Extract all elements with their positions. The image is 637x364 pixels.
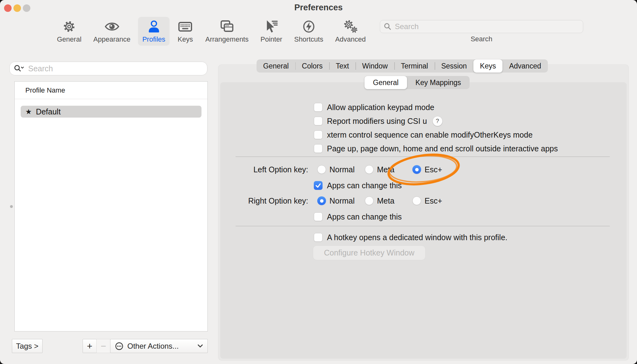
checkbox-row: A hotkey opens a dedicated window with t…: [314, 233, 507, 242]
checkbox-row: Page up, page down, home and end scroll …: [314, 144, 558, 153]
tab-text[interactable]: Text: [329, 59, 355, 73]
other-actions-dropdown[interactable]: Other Actions...: [110, 339, 208, 353]
checkbox-keypad-mode[interactable]: [314, 103, 323, 112]
chevron-down-icon: [197, 344, 203, 348]
cursor-icon: [263, 19, 279, 34]
configure-hotkey-window-button: Configure Hotkey Window: [313, 246, 425, 260]
toolbar-item-label: Advanced: [335, 35, 366, 43]
tab-general[interactable]: General: [257, 59, 295, 73]
checkbox-left-apps-change[interactable]: [314, 181, 323, 190]
checkbox-modify-other-keys[interactable]: [314, 130, 323, 139]
tags-button[interactable]: Tags >: [12, 339, 43, 353]
radio-label: Esc+: [425, 196, 442, 205]
keys-subtabs: General Key Mappings: [364, 76, 470, 89]
tab-colors[interactable]: Colors: [295, 59, 329, 73]
circle-ellipsis-icon: [115, 342, 124, 351]
toolbar-item-advanced[interactable]: Advanced: [331, 17, 370, 46]
keyboard-icon: [177, 19, 193, 34]
separator: [236, 226, 610, 226]
checkbox-row: Apps can change this: [314, 181, 402, 190]
search-menu-icon: [14, 65, 24, 72]
profile-name-column-header: Profile Name: [15, 82, 207, 99]
bolt-circle-icon: [301, 19, 317, 34]
checkbox-hotkey-window[interactable]: [314, 233, 323, 242]
radio-right-normal[interactable]: [317, 196, 326, 205]
subtab-key-mappings[interactable]: Key Mappings: [407, 76, 470, 89]
left-option-key-label: Left Option key:: [200, 165, 308, 174]
radio-label: Esc+: [425, 165, 442, 174]
right-option-key-label: Right Option key:: [200, 196, 308, 205]
checkbox-row: xterm control sequence can enable modify…: [314, 130, 533, 139]
toolbar-item-general[interactable]: General: [53, 17, 86, 46]
help-button[interactable]: ?: [433, 116, 442, 126]
radio-option: Meta: [365, 165, 395, 174]
profile-row-default[interactable]: ★ Default: [21, 106, 201, 118]
checkbox-row: Allow application keypad mode: [314, 103, 434, 112]
radio-label: Meta: [377, 196, 395, 205]
separator: [236, 156, 610, 157]
toolbar-search-field[interactable]: [380, 20, 583, 33]
radio-left-normal[interactable]: [317, 165, 326, 174]
tab-window[interactable]: Window: [355, 59, 394, 73]
checkbox-label: Report modifiers using CSI u: [327, 117, 427, 126]
tab-keys[interactable]: Keys: [473, 59, 502, 73]
radio-left-esc[interactable]: [412, 165, 421, 174]
preferences-toolbar: General Appearance Profiles: [53, 17, 370, 46]
checkbox-label: Apps can change this: [327, 212, 402, 221]
profiles-list-panel: Profile Name ★ Default: [14, 81, 208, 331]
preferences-window: Preferences General Appearance: [0, 0, 637, 364]
remove-profile-button: −: [96, 339, 110, 353]
checkbox-label: A hotkey opens a dedicated window with t…: [327, 233, 507, 242]
toolbar-item-pointer[interactable]: Pointer: [256, 17, 287, 46]
subtab-general[interactable]: General: [364, 76, 407, 89]
radio-option: Normal: [317, 196, 355, 205]
tab-advanced[interactable]: Advanced: [502, 59, 548, 73]
radio-label: Meta: [377, 165, 395, 174]
radio-option: Esc+: [412, 165, 442, 174]
toolbar-item-label: Pointer: [260, 35, 282, 43]
checkbox-csi-u[interactable]: [314, 117, 323, 125]
radio-right-esc[interactable]: [412, 196, 421, 205]
toolbar-item-label: Shortcuts: [294, 35, 323, 43]
profile-search-field[interactable]: [9, 62, 207, 75]
toolbar-item-label: Appearance: [93, 35, 130, 43]
toolbar-item-label: Profiles: [142, 35, 165, 43]
toolbar-search-input[interactable]: [394, 22, 579, 31]
checkbox-label: Allow application keypad mode: [327, 103, 434, 112]
toolbar-item-label: Arrangements: [205, 35, 248, 43]
profile-name: Default: [36, 107, 61, 116]
double-gear-icon: [342, 19, 359, 34]
person-icon: [146, 19, 162, 34]
titlebar: Preferences: [0, 0, 637, 16]
radio-right-meta[interactable]: [365, 196, 374, 205]
checkbox-page-scroll[interactable]: [314, 144, 323, 153]
eye-icon: [104, 19, 120, 34]
window-title: Preferences: [0, 3, 637, 13]
profile-search-input[interactable]: [28, 64, 203, 73]
toolbar-search-label: Search: [380, 35, 583, 43]
toolbar-item-shortcuts[interactable]: Shortcuts: [290, 17, 328, 46]
search-icon: [384, 23, 391, 30]
radio-label: Normal: [329, 196, 355, 205]
toolbar-item-arrangements[interactable]: Arrangements: [201, 17, 253, 46]
tab-session[interactable]: Session: [435, 59, 473, 73]
checkbox-row: Report modifiers using CSI u ?: [314, 116, 442, 126]
tab-terminal[interactable]: Terminal: [394, 59, 435, 73]
toolbar-item-keys[interactable]: Keys: [173, 17, 198, 46]
add-profile-button[interactable]: +: [83, 339, 97, 353]
gear-icon: [61, 19, 77, 34]
checkbox-right-apps-change[interactable]: [314, 212, 323, 221]
windows-icon: [219, 19, 235, 34]
radio-option: Normal: [317, 165, 355, 174]
radio-left-meta[interactable]: [365, 165, 374, 174]
star-icon: ★: [25, 108, 32, 116]
radio-option: Meta: [365, 196, 395, 205]
other-actions-label: Other Actions...: [127, 342, 194, 351]
edge-dot: [10, 205, 13, 208]
checkbox-label: xterm control sequence can enable modify…: [327, 130, 533, 139]
radio-label: Normal: [329, 165, 355, 174]
checkbox-row: Apps can change this: [314, 212, 402, 221]
checkbox-label: Apps can change this: [327, 181, 402, 190]
toolbar-item-profiles[interactable]: Profiles: [138, 17, 170, 46]
toolbar-item-appearance[interactable]: Appearance: [89, 17, 135, 46]
